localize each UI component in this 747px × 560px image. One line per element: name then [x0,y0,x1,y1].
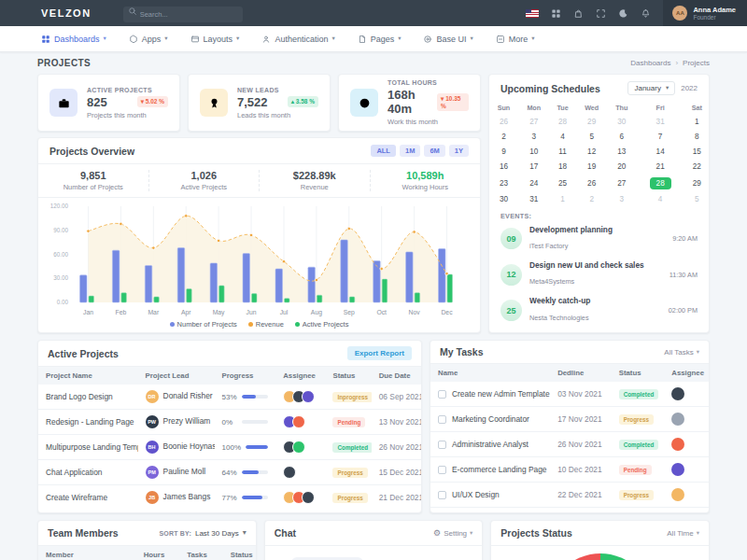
calendar-date[interactable]: 30 [489,192,518,207]
nav-item-base-ui[interactable]: Base UI▾ [423,35,472,44]
calendar-date[interactable]: 7 [636,130,685,145]
calendar-date[interactable]: 29 [684,174,709,192]
column-header[interactable]: Project Lead [138,367,215,385]
calendar-date[interactable]: 27 [518,115,550,130]
calendar-date[interactable]: 30 [608,115,636,130]
calendar-date[interactable]: 5 [576,130,608,145]
projects-status-filter[interactable]: All Time▾ [667,529,699,538]
calendar-date[interactable]: 5 [684,192,709,207]
project-name[interactable]: Redesign - Landing Page [38,410,138,435]
column-header[interactable]: Due Date [372,367,421,385]
calendar-date[interactable]: 16 [489,159,518,174]
calendar-date[interactable]: 4 [550,130,576,145]
dark-mode-moon-icon[interactable] [618,8,628,19]
project-name[interactable]: Chat Application [38,460,138,485]
export-report-button[interactable]: Export Report [347,346,412,360]
calendar-date[interactable]: 26 [576,174,608,192]
calendar-date[interactable]: 9 [489,145,518,160]
fullscreen-icon[interactable] [596,8,606,19]
calendar-date[interactable]: 24 [518,174,550,192]
nav-item-pages[interactable]: Pages▾ [358,35,402,44]
calendar-date[interactable]: 29 [576,115,608,130]
legend-item[interactable]: Number of Projects [170,320,237,329]
calendar-date[interactable]: 23 [489,174,518,192]
calendar-date[interactable]: 20 [608,159,636,174]
nav-item-dashboards[interactable]: Dashboards▾ [41,35,106,44]
user-menu[interactable]: AA Anna Adame Founder [663,0,747,26]
language-flag-icon[interactable] [526,9,539,18]
column-header[interactable]: Assignee [664,364,709,382]
column-header[interactable]: Status [325,367,371,385]
calendar-date[interactable]: 6 [608,130,636,145]
event-item[interactable]: 27James Bangs (Client) MeetingNesta Tech… [489,329,709,333]
column-header[interactable]: Name [430,364,550,382]
task-checkbox[interactable] [438,466,446,474]
period-button-1y[interactable]: 1Y [449,145,469,157]
period-button-all[interactable]: ALL [371,145,396,157]
breadcrumb-dashboards[interactable]: Dashboards [630,59,670,67]
nav-item-more[interactable]: More▾ [496,35,535,44]
calendar-date[interactable]: 3 [608,192,636,207]
calendar-date[interactable]: 3 [518,130,550,145]
notifications-bell-icon[interactable] [641,8,651,19]
event-item[interactable]: 12Design new UI and check salesMeta4Syst… [489,257,709,292]
column-header[interactable]: Project Name [38,367,138,385]
nav-item-apps[interactable]: Apps▾ [129,35,168,44]
nav-item-authentication[interactable]: Authentication▾ [261,35,334,44]
project-name[interactable]: Multipurpose Landing Template [38,435,138,460]
calendar-date[interactable]: 14 [636,145,685,160]
column-header[interactable]: Member [38,546,136,560]
app-logo[interactable]: VELZON [41,7,92,19]
calendar-date[interactable]: 31 [518,192,550,207]
calendar-date[interactable]: 13 [608,145,636,160]
project-name[interactable]: Brand Logo Design [38,385,138,410]
calendar-date[interactable]: 21 [636,159,685,174]
project-name[interactable]: Create Wireframe [38,485,138,511]
sort-by-filter[interactable]: SORT BY: Last 30 Days ▾ [159,529,246,538]
calendar-date[interactable]: 27 [608,174,636,192]
period-button-6m[interactable]: 6M [424,145,444,157]
column-header[interactable]: Hours [136,546,180,560]
calendar-date[interactable]: 2 [489,130,518,145]
period-button-1m[interactable]: 1M [400,145,420,157]
legend-item[interactable]: Revenue [248,320,284,329]
tasks-filter[interactable]: All Tasks▾ [664,348,699,357]
calendar-date[interactable]: 31 [636,115,685,130]
calendar-date[interactable]: 15 [684,145,709,160]
event-item[interactable]: 09Development planningiTest Factory9:20 … [489,221,709,257]
cart-icon[interactable] [573,8,584,19]
column-header[interactable]: Assignee [275,367,325,385]
calendar-date[interactable]: 25 [550,174,576,192]
calendar-date[interactable]: 8 [684,130,709,145]
calendar-date[interactable]: 1 [550,192,576,207]
legend-item[interactable]: Active Projects [295,320,349,329]
apps-grid-icon[interactable] [551,8,561,19]
month-select[interactable]: January▾ [627,81,675,95]
event-item[interactable]: 25Weekly catch-upNesta Technologies02:00… [489,292,709,328]
task-checkbox[interactable] [438,390,446,399]
calendar-date[interactable]: 22 [684,159,709,174]
calendar-date[interactable]: 26 [489,115,518,130]
calendar-date[interactable]: 28 [636,174,685,192]
task-checkbox[interactable] [438,415,446,424]
column-header[interactable]: Tasks [179,546,223,560]
calendar-date[interactable]: 4 [636,192,685,207]
calendar-date[interactable]: 19 [576,159,608,174]
task-checkbox[interactable] [438,491,446,499]
calendar-date[interactable]: 12 [576,145,608,160]
calendar-date[interactable]: 17 [518,159,550,174]
column-header[interactable]: Status [612,364,665,382]
calendar-date[interactable]: 1 [684,115,709,130]
calendar-date[interactable]: 11 [550,145,576,160]
task-checkbox[interactable] [438,441,446,449]
column-header[interactable]: Progress [215,367,276,385]
chat-setting[interactable]: ⚙ Setting ▾ [433,529,472,538]
column-header[interactable]: Dedline [550,364,612,382]
calendar-date[interactable]: 18 [550,159,576,174]
calendar-date[interactable]: 2 [576,192,608,207]
nav-item-layouts[interactable]: Layouts▾ [190,35,240,44]
calendar-date[interactable]: 10 [518,145,550,160]
column-header[interactable]: Status [223,546,256,560]
search-input[interactable] [123,7,243,22]
calendar-date[interactable]: 28 [550,115,576,130]
